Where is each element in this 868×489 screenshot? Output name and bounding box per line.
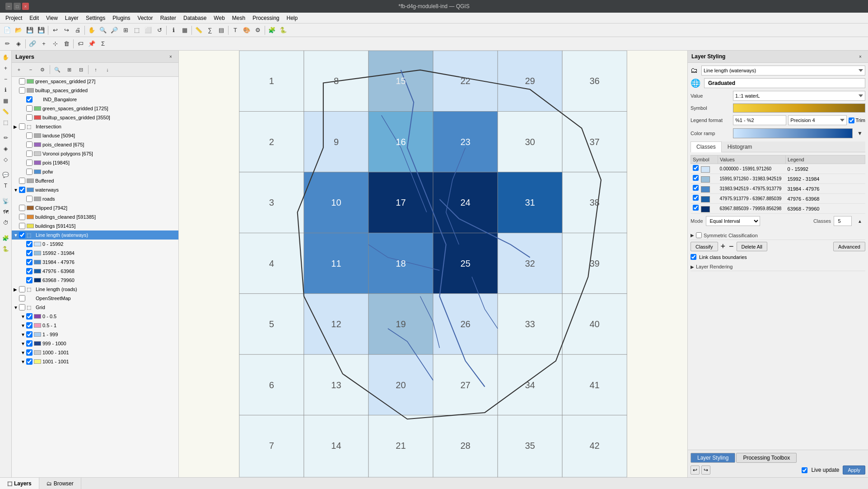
class-cb-0[interactable]: [693, 165, 699, 171]
menu-view[interactable]: View: [42, 14, 61, 22]
layer-item-pois_cleaned[interactable]: pois_cleaned [675]: [12, 140, 178, 149]
layer-item-pois_19845[interactable]: pois [19845]: [12, 158, 178, 167]
menu-vector[interactable]: Vector: [134, 14, 157, 22]
vertex-lt[interactable]: ◇: [1, 155, 11, 165]
layer-checkbox-class_15992_31984[interactable]: [26, 250, 33, 256]
edit-node-btn[interactable]: ◈: [13, 38, 24, 49]
tab-processing-toolbox-btn[interactable]: Processing Toolbox: [736, 453, 797, 463]
tab-layer-styling-btn[interactable]: Layer Styling: [691, 453, 735, 463]
layer-item-class_15992_31984[interactable]: 15992 - 31984: [12, 249, 178, 258]
class-legend-2[interactable]: 31984 - 47976: [786, 184, 865, 194]
zoom-in-btn[interactable]: 🔍: [98, 25, 108, 36]
layer-item-class_47976_63968[interactable]: 47976 - 63968: [12, 267, 178, 276]
layer-checkbox-pois_19845[interactable]: [26, 160, 33, 166]
save-as-btn[interactable]: 💾: [36, 25, 47, 36]
text-lt[interactable]: T: [1, 181, 11, 191]
edit-lt[interactable]: ◈: [1, 144, 11, 154]
classes-count-input[interactable]: [834, 216, 852, 226]
layer-item-grid_999_1000[interactable]: ▼999 - 1000: [12, 339, 178, 348]
class-color-2[interactable]: [701, 186, 710, 193]
layer-item-pofw[interactable]: pofw: [12, 167, 178, 176]
layer-item-class_31984_47976[interactable]: 31984 - 47976: [12, 258, 178, 267]
layer-item-grid_0_05[interactable]: ▼0 - 0.5: [12, 312, 178, 321]
zoom-layer-btn[interactable]: ⬚: [131, 25, 142, 36]
gps-lt[interactable]: 📡: [1, 196, 11, 206]
python-lt[interactable]: 🐍: [1, 244, 11, 254]
zoom-out-lt[interactable]: −: [1, 74, 11, 84]
layer-checkbox-buffered[interactable]: [19, 178, 25, 184]
class-legend-1[interactable]: 15992 - 31984: [786, 174, 865, 184]
class-color-0[interactable]: [701, 166, 710, 173]
layer-item-buffered[interactable]: Buffered: [12, 176, 178, 185]
select-lt[interactable]: ▦: [1, 96, 11, 106]
symmetric-classification-section[interactable]: ▶ Symmetric Classification: [691, 231, 865, 240]
expand-all-btn[interactable]: ⊞: [64, 64, 75, 75]
layer-checkbox-class_63968_79960[interactable]: [26, 277, 33, 283]
layer-checkbox-landuse[interactable]: [26, 132, 33, 139]
plugins-lt[interactable]: 🧩: [1, 233, 11, 243]
layer-item-openstreetmap[interactable]: OpenStreetMap: [12, 294, 178, 303]
layer-item-builtup_spaces_gridded_3550[interactable]: builtup_spaces_gridded [3550]: [12, 113, 178, 122]
class-legend-4[interactable]: 63968 - 79960: [786, 204, 865, 214]
layer-item-grid_1000_1001[interactable]: ▼1000 - 1001: [12, 348, 178, 357]
layer-item-green_spaces_gridded_1725[interactable]: green_spaces_gridded [1725]: [12, 104, 178, 113]
layer-checkbox-grid_05_1[interactable]: [26, 322, 33, 329]
renderer-type-label[interactable]: Graduated: [704, 78, 865, 88]
layer-checkbox-grid[interactable]: [19, 304, 25, 310]
layer-checkbox-green_spaces_gridded[interactable]: [19, 78, 25, 85]
undo-styling-btn[interactable]: ↩: [691, 465, 700, 475]
map3d-lt[interactable]: 🗺: [1, 207, 11, 217]
trim-checkbox[interactable]: [849, 118, 854, 123]
class-color-4[interactable]: [701, 206, 710, 212]
class-cb-1[interactable]: [693, 175, 699, 181]
refresh-btn[interactable]: ↺: [154, 25, 165, 36]
zoom-out-btn[interactable]: 🔎: [109, 25, 120, 36]
pan-btn[interactable]: ✋: [86, 25, 97, 36]
layer-item-builtup_spaces_gridded[interactable]: builtup_spaces_gridded: [12, 86, 178, 95]
layer-checkbox-grid_1001_1001[interactable]: [26, 358, 33, 365]
menu-mesh[interactable]: Mesh: [229, 14, 249, 22]
layer-item-waterways[interactable]: ▼waterways: [12, 185, 178, 194]
zoom-in-lt[interactable]: +: [1, 63, 11, 73]
advanced-btn[interactable]: Advanced: [833, 242, 865, 251]
symmetric-class-checkbox[interactable]: [696, 232, 702, 238]
value-dropdown[interactable]: 1.:1 waterL: [733, 91, 865, 101]
layer-checkbox-line_length_waterways[interactable]: [19, 232, 25, 238]
remove-class-btn[interactable]: −: [729, 242, 734, 251]
layer-checkbox-intersection[interactable]: [19, 123, 25, 130]
layer-checkbox-IND_Bangalore[interactable]: [26, 96, 33, 103]
statistics-btn[interactable]: ∑: [205, 25, 215, 36]
classes-spin-up[interactable]: ▲: [854, 216, 865, 226]
menu-processing[interactable]: Processing: [249, 14, 283, 22]
classify-btn[interactable]: Classify: [691, 242, 718, 251]
class-cb-2[interactable]: [693, 185, 699, 191]
layer-name-dropdown[interactable]: Line length (waterways): [701, 66, 865, 75]
legend-format-input[interactable]: [733, 115, 786, 125]
delete-all-btn[interactable]: Delete All: [737, 242, 767, 251]
layer-checkbox-voronoi_polygons[interactable]: [26, 150, 33, 157]
layer-item-buildings[interactable]: buildings [591415]: [12, 221, 178, 230]
layer-item-landuse[interactable]: landuse [5094]: [12, 131, 178, 140]
menu-plugins[interactable]: Plugins: [109, 14, 134, 22]
move-up-btn[interactable]: ↑: [90, 64, 101, 75]
layer-checkbox-clipped[interactable]: [19, 205, 25, 211]
temporal-lt[interactable]: ⏱: [1, 218, 11, 228]
layer-item-roads[interactable]: roads: [12, 194, 178, 203]
apply-btn[interactable]: Apply: [843, 465, 865, 475]
redo-styling-btn[interactable]: ↪: [701, 465, 710, 475]
save-btn[interactable]: 💾: [24, 25, 35, 36]
zoom-selection-btn[interactable]: ⬜: [143, 25, 154, 36]
layer-checkbox-buildings[interactable]: [19, 223, 25, 229]
layer-checkbox-pofw[interactable]: [26, 169, 33, 175]
add-feature-btn[interactable]: +: [38, 38, 49, 49]
class-legend-0[interactable]: 0 - 15992: [786, 164, 865, 174]
menu-settings[interactable]: Settings: [82, 14, 109, 22]
link-class-checkbox[interactable]: [691, 254, 696, 260]
layer-item-clipped[interactable]: Clipped [7942]: [12, 203, 178, 212]
tab-browser-bottom[interactable]: 🗂 Browser: [39, 478, 81, 489]
layers-close-btn[interactable]: ×: [167, 52, 175, 61]
tab-classes[interactable]: Classes: [691, 141, 722, 152]
menu-project[interactable]: Project: [2, 14, 26, 22]
right-panel-close-btn[interactable]: ×: [856, 52, 864, 61]
open-project-btn[interactable]: 📂: [13, 25, 24, 36]
